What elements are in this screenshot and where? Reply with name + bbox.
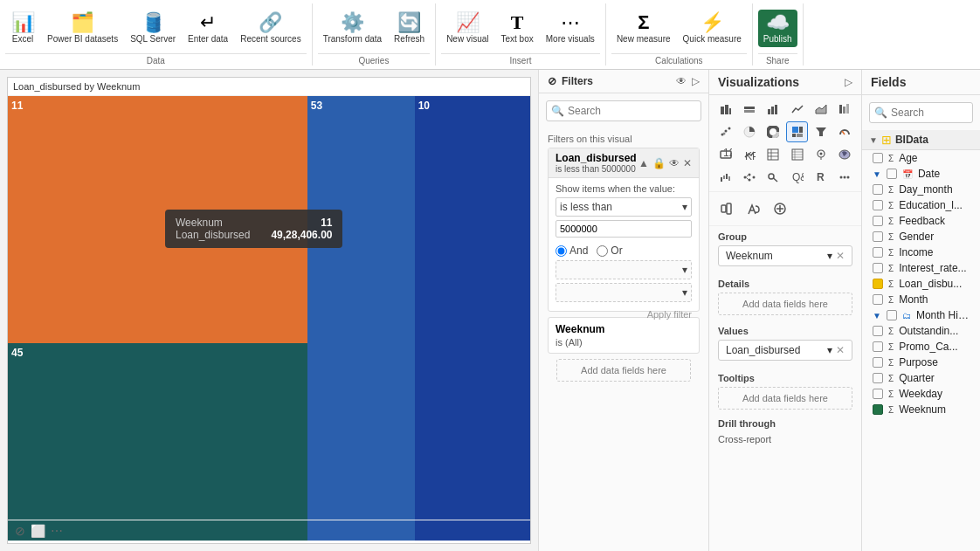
field-income-checkbox[interactable]: [873, 247, 883, 258]
field-age-checkbox[interactable]: [873, 153, 883, 163]
treemap-block-45[interactable]: 45: [8, 343, 307, 541]
treemap-block-10[interactable]: 10: [415, 96, 530, 343]
enter-data-btn[interactable]: ↵ Enter data: [183, 10, 233, 47]
filter-or-radio-input[interactable]: [597, 245, 608, 257]
field-loan-checkbox[interactable]: [873, 279, 883, 289]
matrix-btn[interactable]: [786, 144, 808, 165]
field-item-month[interactable]: Σ Month: [862, 292, 980, 307]
treemap-block-b2[interactable]: [307, 343, 415, 541]
field-feedback-checkbox[interactable]: [873, 216, 883, 226]
kpi-btn[interactable]: KPI: [738, 144, 760, 165]
treemap-btn[interactable]: [786, 121, 808, 142]
field-item-loan[interactable]: Σ Loan_disbu...: [862, 276, 980, 292]
more-viz-btn[interactable]: [834, 167, 856, 188]
field-item-feedback[interactable]: Σ Feedback: [862, 213, 980, 229]
filter-value-input[interactable]: [556, 220, 692, 238]
recent-sources-btn[interactable]: 🔗 Recent sources: [235, 10, 306, 47]
filter-third-dropdown[interactable]: ▾: [556, 283, 692, 302]
viz-values-field[interactable]: Loan_disbursed ▾ ✕: [718, 340, 852, 361]
field-item-weekday[interactable]: Σ Weekday: [862, 386, 980, 402]
r-visual-btn[interactable]: R: [810, 167, 832, 188]
pie-chart-btn[interactable]: [738, 121, 760, 142]
filter-loan-up-icon[interactable]: ▲: [638, 157, 649, 169]
filter-dropdown-condition[interactable]: is less than ▾: [556, 197, 692, 217]
field-item-outstanding[interactable]: Σ Outstandin...: [862, 323, 980, 339]
viz-group-field-dropdown[interactable]: ▾: [827, 250, 832, 262]
key-influencer-btn[interactable]: [763, 167, 784, 188]
quick-measure-btn[interactable]: ⚡ Quick measure: [678, 10, 747, 47]
field-item-daymonth[interactable]: Σ Day_month: [862, 182, 980, 197]
viz-values-field-dropdown[interactable]: ▾: [827, 344, 832, 356]
gauge-btn[interactable]: [834, 121, 856, 142]
filter-and-radio-input[interactable]: [556, 245, 567, 257]
line-chart-btn[interactable]: [786, 99, 808, 120]
scatter-btn[interactable]: [714, 121, 736, 142]
table-btn[interactable]: [763, 144, 784, 165]
field-weeknum-checkbox[interactable]: [873, 404, 883, 415]
fields-group-bidata-header[interactable]: ▼ ⊞ BIData: [862, 130, 980, 150]
card-btn[interactable]: 123: [714, 144, 736, 165]
area-chart-btn[interactable]: [810, 99, 832, 120]
field-monthhier-checkbox[interactable]: [887, 310, 897, 320]
map-btn[interactable]: [810, 144, 832, 165]
waterfall-btn[interactable]: [714, 167, 736, 188]
field-outstanding-checkbox[interactable]: [873, 326, 883, 336]
column-chart-btn[interactable]: [763, 99, 784, 120]
chart-frame-icon[interactable]: ⬜: [31, 524, 45, 538]
filter-loan-eye-icon[interactable]: 👁: [669, 157, 680, 169]
field-interest-checkbox[interactable]: [873, 263, 883, 273]
field-item-interest[interactable]: Σ Interest_rate...: [862, 260, 980, 276]
viz-values-field-remove[interactable]: ✕: [836, 344, 845, 356]
viz-group-field-remove[interactable]: ✕: [836, 250, 845, 262]
excel-btn[interactable]: 📊 Excel: [5, 10, 40, 47]
treemap-block-b3[interactable]: [415, 343, 530, 541]
filter-apply-button[interactable]: Apply filter: [647, 309, 692, 320]
field-item-purpose[interactable]: Σ Purpose: [862, 355, 980, 370]
ribbon-chart-btn[interactable]: [834, 99, 856, 120]
filter-or-radio[interactable]: Or: [597, 245, 622, 257]
viz-tooltips-drop[interactable]: Add data fields here: [718, 387, 852, 410]
field-item-gender[interactable]: Σ Gender: [862, 229, 980, 245]
viz-group-field[interactable]: Weeknum ▾ ✕: [718, 245, 852, 266]
filled-map-btn[interactable]: [834, 144, 856, 165]
viz-details-drop[interactable]: Add data fields here: [718, 293, 852, 315]
chart-more-icon[interactable]: ⋯: [51, 524, 63, 538]
field-item-monthhier[interactable]: ▼ 🗂 Month Hier...: [862, 307, 980, 323]
publish-btn[interactable]: ☁️ Publish: [758, 10, 797, 47]
more-visuals-btn[interactable]: ⋯ More visuals: [541, 10, 600, 47]
field-date-checkbox[interactable]: [887, 169, 897, 179]
transform-btn[interactable]: ⚙️ Transform data: [318, 10, 387, 47]
field-item-education[interactable]: Σ Education_l...: [862, 197, 980, 213]
decomp-tree-btn[interactable]: [738, 167, 760, 188]
filter-loan-lock-icon[interactable]: 🔒: [652, 157, 666, 169]
field-education-checkbox[interactable]: [873, 200, 883, 210]
bar-chart-btn[interactable]: [714, 99, 736, 120]
field-gender-checkbox[interactable]: [873, 231, 883, 242]
field-promo-checkbox[interactable]: [873, 341, 883, 352]
powerbi-btn[interactable]: 🗂️ Power BI datasets: [42, 10, 123, 47]
add-fields-box[interactable]: Add data fields here: [556, 359, 691, 382]
field-month-checkbox[interactable]: [873, 294, 883, 305]
filters-eye-icon[interactable]: 👁: [676, 75, 687, 87]
filter-and-radio[interactable]: And: [556, 245, 588, 257]
field-item-date[interactable]: ▼ 📅 Date: [862, 166, 980, 182]
funnel-btn[interactable]: [810, 121, 832, 142]
filters-expand-icon[interactable]: ▷: [692, 75, 700, 87]
field-item-age[interactable]: Σ Age: [862, 150, 980, 166]
field-item-quarter[interactable]: Σ Quarter: [862, 370, 980, 386]
field-item-income[interactable]: Σ Income: [862, 245, 980, 260]
new-measure-btn[interactable]: Σ New measure: [611, 10, 676, 47]
format-icon[interactable]: [742, 197, 765, 220]
stacked-bar-btn[interactable]: [738, 99, 760, 120]
filters-search-input[interactable]: [546, 100, 701, 121]
field-item-promo[interactable]: Σ Promo_Ca...: [862, 339, 980, 355]
refresh-btn[interactable]: 🔄 Refresh: [389, 10, 430, 47]
sql-btn[interactable]: 🛢️ SQL Server: [125, 10, 181, 47]
field-quarter-checkbox[interactable]: [873, 373, 883, 383]
field-daymonth-checkbox[interactable]: [873, 184, 883, 195]
chart-filter-icon[interactable]: ⊘: [15, 524, 25, 538]
field-wells-icon[interactable]: [716, 197, 739, 220]
field-purpose-checkbox[interactable]: [873, 357, 883, 368]
donut-btn[interactable]: [763, 121, 784, 142]
viz-expand-icon[interactable]: ▷: [845, 76, 852, 88]
